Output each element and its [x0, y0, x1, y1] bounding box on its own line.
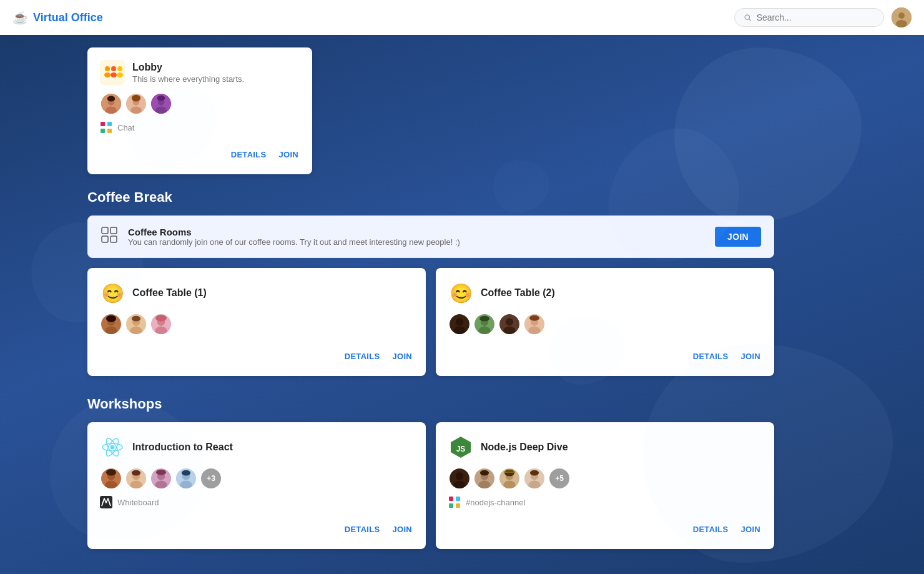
coffee-table-2-join-button[interactable]: JOIN: [739, 349, 762, 364]
react-workshop-card: Introduction to React +3: [87, 422, 426, 549]
coffee-table-1-join-button[interactable]: JOIN: [391, 349, 413, 364]
svg-point-53: [503, 327, 516, 335]
svg-text:JS: JS: [456, 445, 466, 453]
nodejs-workshop-card: JS Node.js Deep Dive: [436, 422, 774, 549]
svg-point-19: [132, 95, 140, 102]
svg-point-42: [155, 327, 167, 335]
coffee-break-section: Coffee Break Coffee Rooms You can random…: [87, 189, 774, 376]
search-input[interactable]: [757, 12, 875, 22]
coffee-table-1-header: 😊 Coffee Table (1): [100, 280, 413, 305]
coffee-table-2-card: 😊 Coffee Table (2): [436, 268, 774, 376]
svg-point-87: [480, 470, 489, 476]
svg-rect-26: [101, 129, 105, 133]
svg-rect-30: [102, 236, 108, 242]
svg-line-1: [749, 19, 751, 21]
svg-point-49: [478, 327, 491, 335]
svg-point-46: [453, 327, 466, 335]
search-icon: [744, 13, 752, 22]
coffee-tables-grid: 😊 Coffee Table (1) DETAILS: [87, 268, 774, 376]
svg-point-82: [456, 472, 463, 480]
svg-point-58: [111, 445, 115, 450]
svg-point-56: [528, 327, 541, 335]
svg-rect-25: [107, 122, 112, 126]
lobby-actions: DETAILS JOIN: [100, 142, 300, 162]
svg-point-35: [106, 315, 116, 322]
logo[interactable]: ☕ Virtual Office: [12, 10, 103, 25]
coffee-table-1-card: 😊 Coffee Table (1) DETAILS: [87, 268, 426, 376]
svg-point-38: [130, 327, 142, 335]
svg-rect-31: [111, 236, 117, 242]
lobby-channel-name: Chat: [117, 123, 134, 132]
svg-rect-100: [449, 503, 453, 508]
svg-point-64: [105, 481, 117, 490]
coffee-table-1-title: Coffee Table (1): [132, 287, 207, 299]
lobby-channel: Chat: [100, 121, 300, 134]
coffee-table-1-details-button[interactable]: DETAILS: [343, 349, 381, 364]
svg-point-45: [456, 318, 463, 325]
lobby-details-button[interactable]: DETAILS: [230, 147, 268, 162]
svg-rect-29: [111, 227, 117, 234]
react-workshop-channel: Whiteboard: [100, 496, 413, 508]
avatar: [473, 467, 496, 490]
header: ☕ Virtual Office: [0, 0, 924, 35]
avatar: [150, 313, 172, 335]
react-workshop-header: Introduction to React: [100, 435, 413, 460]
coffee-break-title: Coffee Break: [87, 189, 774, 205]
react-workshop-details-button[interactable]: DETAILS: [343, 522, 381, 537]
svg-rect-93: [506, 470, 513, 472]
coffee-rooms-join-button[interactable]: JOIN: [715, 227, 761, 247]
avatar: [498, 313, 521, 335]
svg-point-9: [111, 72, 117, 77]
react-icon: [100, 435, 125, 460]
nodejs-workshop-title: Node.js Deep Dive: [481, 442, 568, 453]
coffee-table-2-title: Coffee Table (2): [481, 287, 555, 299]
avatar: [498, 467, 521, 490]
svg-point-43: [155, 315, 167, 322]
nodejs-workshop-details-button[interactable]: DETAILS: [692, 522, 730, 537]
main-content: Lobby This is where everything starts.: [0, 35, 924, 574]
svg-point-57: [529, 315, 539, 321]
search-box[interactable]: [734, 8, 884, 27]
coffee-table-2-details-button[interactable]: DETAILS: [692, 349, 730, 364]
svg-rect-27: [107, 129, 112, 133]
svg-rect-28: [102, 227, 108, 234]
coffee-table-1-icon: 😊: [100, 280, 125, 305]
react-workshop-avatars: +3: [100, 467, 413, 490]
avatar: [125, 92, 147, 115]
react-workshop-channel-name: Whiteboard: [117, 498, 159, 507]
svg-point-0: [745, 15, 749, 19]
avatar: [448, 313, 471, 335]
avatar: [175, 467, 197, 490]
whiteboard-channel-icon: [100, 496, 112, 508]
svg-rect-24: [101, 122, 105, 126]
nodejs-workshop-actions: DETAILS JOIN: [448, 517, 762, 537]
nodejs-workshop-join-button[interactable]: JOIN: [739, 522, 762, 537]
coffee-table-2-actions: DETAILS JOIN: [448, 344, 762, 364]
avatar: [125, 467, 147, 490]
react-workshop-join-button[interactable]: JOIN: [391, 522, 413, 537]
lobby-subtitle: This is where everything starts.: [132, 74, 244, 84]
user-avatar[interactable]: [892, 7, 912, 27]
svg-point-18: [130, 106, 142, 114]
svg-point-96: [528, 481, 541, 490]
avatar: [125, 313, 147, 335]
react-workshop-avatar-count: +3: [200, 467, 222, 490]
svg-point-69: [132, 470, 140, 476]
svg-point-97: [530, 470, 539, 476]
lobby-icon: [100, 60, 125, 85]
lobby-title: Lobby: [132, 62, 244, 73]
react-workshop-title: Introduction to React: [132, 442, 233, 453]
nodejs-icon: JS: [448, 435, 473, 460]
svg-point-6: [105, 66, 110, 71]
avatar: [100, 313, 122, 335]
svg-point-90: [503, 481, 516, 490]
coffee-rooms-banner-icon: [101, 226, 118, 247]
avatar: [150, 467, 172, 490]
svg-point-11: [117, 72, 123, 77]
lobby-avatars: [100, 92, 300, 115]
lobby-join-button[interactable]: JOIN: [277, 147, 300, 162]
svg-point-77: [182, 470, 190, 476]
workshops-title: Workshops: [87, 396, 774, 412]
lobby-card: Lobby This is where everything starts.: [87, 47, 312, 174]
svg-point-22: [155, 106, 167, 114]
